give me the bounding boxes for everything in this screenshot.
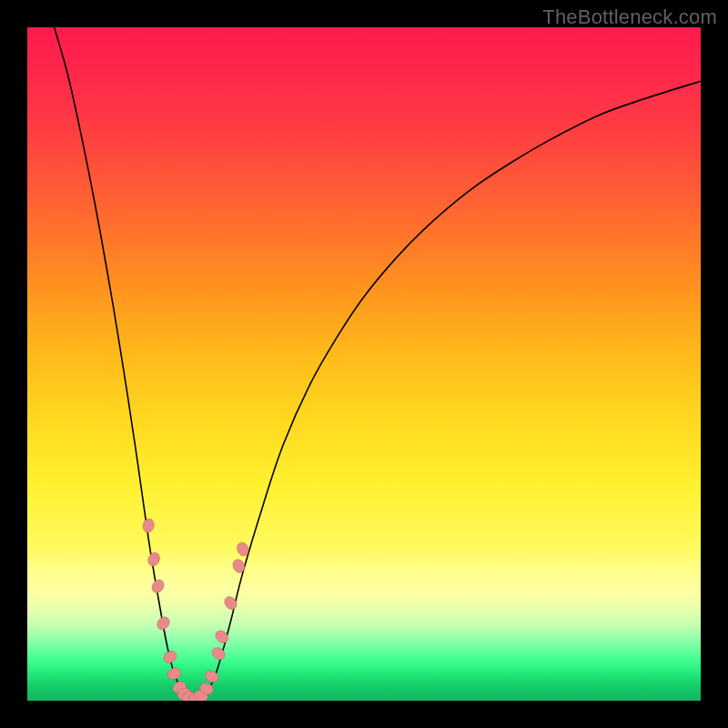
data-marker <box>210 645 228 662</box>
data-marker <box>147 551 162 568</box>
chart-svg <box>27 27 701 701</box>
plot-area <box>27 27 701 701</box>
data-marker <box>203 669 220 685</box>
data-marker <box>141 518 155 534</box>
data-marker <box>166 666 183 682</box>
data-markers <box>141 518 250 701</box>
curve-left-branch <box>55 27 196 701</box>
watermark-text: TheBottleneck.com <box>542 5 717 29</box>
data-marker <box>155 614 172 632</box>
data-marker <box>161 649 178 665</box>
data-marker <box>231 558 247 575</box>
data-marker <box>149 578 166 595</box>
chart-frame: TheBottleneck.com <box>0 0 728 728</box>
curve-right-branch <box>196 81 701 701</box>
